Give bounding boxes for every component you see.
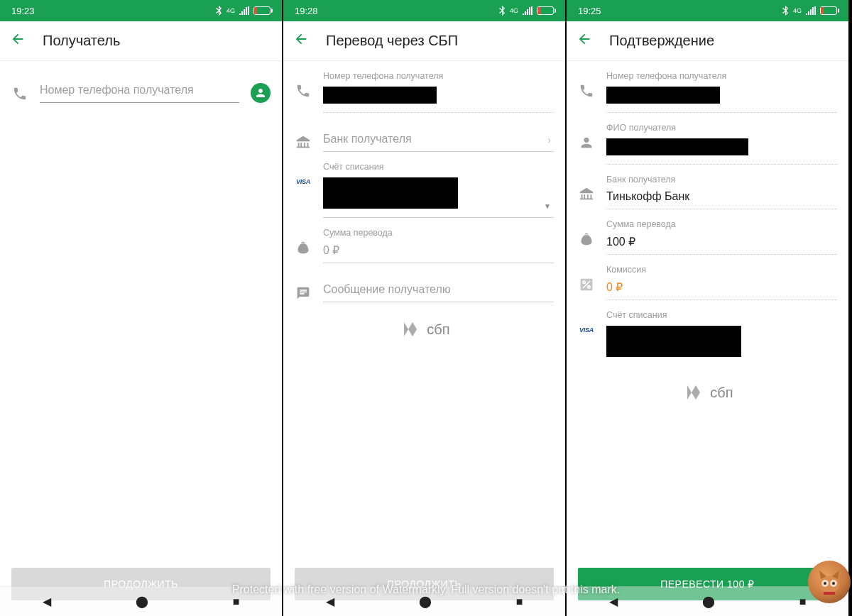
nav-recent-icon[interactable]: ■ — [799, 595, 807, 608]
name-label: ФИО получателя — [606, 123, 837, 133]
svg-rect-6 — [824, 592, 835, 595]
app-header: Получатель — [0, 21, 282, 61]
back-button[interactable] — [293, 31, 309, 51]
bluetooth-icon — [215, 6, 222, 16]
back-button[interactable] — [577, 31, 592, 51]
phone-label: Номер телефона получателя — [323, 71, 554, 81]
avatar — [808, 561, 851, 603]
account-value — [606, 323, 837, 365]
nav-home-icon[interactable]: ⬤ — [702, 595, 715, 608]
clock: 19:25 — [578, 6, 601, 16]
bank-label: Банк получателя — [606, 175, 837, 185]
nav-home-icon[interactable]: ⬤ — [136, 595, 148, 608]
status-bar: 19:23 4G — [0, 0, 282, 21]
status-bar: 19:28 4G — [283, 0, 565, 21]
nav-recent-icon[interactable]: ■ — [233, 595, 240, 608]
svg-point-5 — [832, 582, 835, 585]
nav-back-icon[interactable]: ◀ — [326, 595, 334, 608]
amount-value: 100 ₽ — [606, 232, 837, 255]
page-title: Получатель — [43, 33, 120, 49]
android-nav: ◀ ⬤ ■ — [567, 586, 848, 616]
bank-icon — [578, 186, 595, 203]
page-title: Перевод через СБП — [326, 33, 458, 49]
message-icon — [295, 285, 312, 302]
amount-label: Сумма перевода — [323, 228, 554, 238]
account-label: Счёт списания — [606, 310, 837, 320]
android-nav: ◀ ⬤ ■ — [0, 586, 282, 616]
bluetooth-icon — [782, 6, 789, 16]
clock: 19:23 — [11, 6, 35, 16]
sbp-logo: сбп — [567, 383, 848, 402]
screen-transfer-form: 19:28 4G Перевод через СБП Номер телефон… — [283, 0, 567, 616]
fee-value: 0 ₽ — [606, 277, 837, 300]
amount-input[interactable]: 0 ₽ — [323, 241, 554, 263]
sbp-logo: сбп — [283, 319, 565, 339]
moneybag-icon — [578, 231, 595, 248]
screen-confirmation: 19:25 4G Подтверждение Номер телефона по… — [567, 0, 850, 616]
amount-label: Сумма перевода — [606, 219, 837, 229]
bank-icon — [295, 134, 312, 151]
phone-icon — [578, 82, 595, 99]
chevron-right-icon: › — [547, 134, 551, 145]
bank-select[interactable]: Банк получателя › — [323, 123, 554, 152]
account-label: Счёт списания — [323, 162, 554, 172]
bluetooth-icon — [498, 6, 506, 16]
phone-icon — [295, 82, 312, 99]
app-header: Подтверждение — [567, 21, 848, 61]
account-select[interactable]: ▼ — [323, 175, 554, 218]
nav-home-icon[interactable]: ⬤ — [419, 595, 432, 608]
screen-recipient: 19:23 4G Получатель Номер телефона получ… — [0, 0, 283, 616]
signal-icon — [239, 6, 249, 15]
phone-value[interactable] — [323, 84, 554, 113]
battery-icon — [537, 6, 554, 15]
percent-icon — [578, 276, 595, 293]
dropdown-icon: ▼ — [544, 202, 551, 210]
clock: 19:28 — [295, 6, 318, 16]
contacts-button[interactable] — [251, 83, 271, 103]
network-label: 4G — [226, 7, 235, 14]
battery-icon — [253, 6, 271, 15]
fee-label: Комиссия — [606, 265, 837, 275]
network-label: 4G — [793, 7, 802, 14]
app-header: Перевод через СБП — [283, 21, 565, 61]
battery-icon — [820, 6, 837, 15]
visa-icon: VISA — [578, 321, 595, 339]
signal-icon — [523, 6, 532, 15]
phone-label: Номер телефона получателя — [606, 71, 837, 81]
message-input[interactable]: Сообщение получателю — [323, 273, 554, 302]
nav-recent-icon[interactable]: ■ — [516, 595, 523, 608]
moneybag-icon — [295, 239, 312, 256]
name-value — [606, 136, 837, 165]
status-bar: 19:25 4G — [567, 0, 848, 21]
android-nav: ◀ ⬤ ■ — [283, 586, 565, 616]
nav-back-icon[interactable]: ◀ — [609, 595, 618, 608]
network-label: 4G — [510, 7, 518, 14]
person-icon — [578, 134, 595, 151]
signal-icon — [806, 6, 816, 15]
phone-icon — [11, 85, 28, 102]
svg-point-4 — [824, 582, 826, 585]
phone-value — [606, 84, 837, 113]
back-button[interactable] — [10, 31, 26, 51]
nav-back-icon[interactable]: ◀ — [43, 595, 51, 608]
page-title: Подтверждение — [609, 33, 714, 49]
phone-input[interactable]: Номер телефона получателя — [40, 72, 239, 103]
visa-icon: VISA — [295, 173, 312, 190]
bank-value: Тинькофф Банк — [606, 187, 837, 209]
